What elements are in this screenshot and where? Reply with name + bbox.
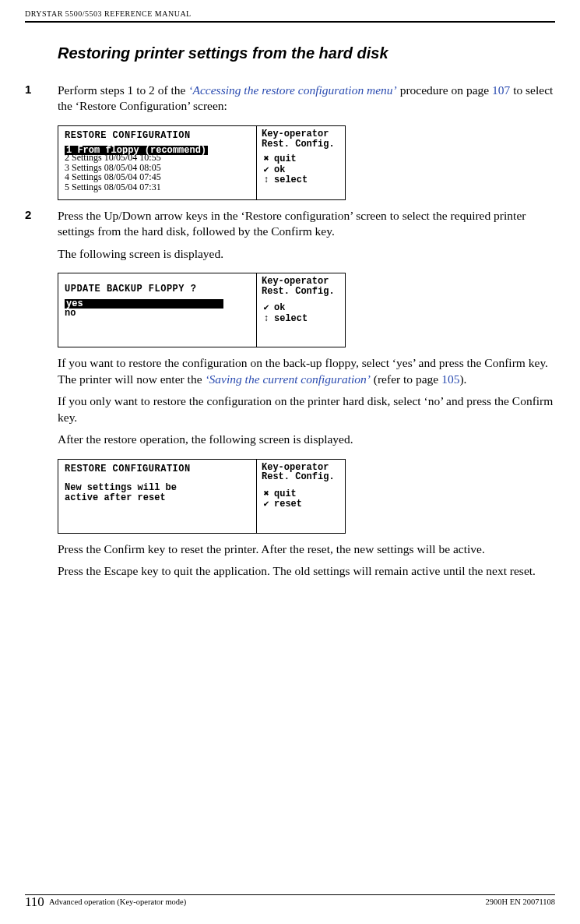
- lcd-main: RESTORE CONFIGURATION 1 From floppy (rec…: [58, 126, 256, 199]
- lcd-key-ok: ✔ok: [262, 165, 342, 175]
- lcd-key-select: ↕select: [262, 314, 342, 324]
- lcd-title: UPDATE BACKUP FLOPPY ?: [65, 284, 253, 294]
- step-2: 2 Press the Up/Down arrow keys in the ‘R…: [25, 208, 555, 268]
- lcd-side: Key-operator Rest. Config. ✖quit ✔ok ↕se…: [256, 126, 345, 199]
- text: If you only want to restore the configur…: [58, 393, 555, 425]
- lcd-row: New settings will be: [65, 483, 253, 493]
- step-body: Perform steps 1 to 2 of the ‘Accessing t…: [58, 83, 555, 121]
- check-icon: ✔: [262, 165, 271, 175]
- link-accessing-restore-menu[interactable]: ‘Accessing the restore configuration men…: [188, 83, 396, 97]
- lcd-row: no: [65, 309, 253, 319]
- text: Press the Confirm key to reset the print…: [58, 541, 555, 557]
- lcd-update-backup-floppy: UPDATE BACKUP FLOPPY ? yes no Key-operat…: [58, 273, 346, 347]
- text: Perform steps 1 to 2 of the: [58, 83, 188, 97]
- check-icon: ✔: [262, 499, 271, 510]
- lcd-row: 2 Settings 10/05/04 10:55: [65, 153, 161, 163]
- step-number: 1: [25, 83, 58, 121]
- lcd-key-select: ↕select: [262, 175, 342, 185]
- lcd-title: RESTORE CONFIGURATION: [65, 464, 253, 474]
- lcd-main: RESTORE CONFIGURATION New settings will …: [58, 460, 256, 533]
- lcd-side-line: Key-operator: [262, 277, 342, 287]
- footer-right: 2900H EN 20071108: [486, 898, 555, 913]
- lcd-key-label: quit: [274, 489, 297, 499]
- text: (refer to page: [371, 372, 441, 386]
- lcd-key-quit: ✖quit: [262, 489, 342, 499]
- lcd-key-ok: ✔ok: [262, 303, 342, 313]
- lcd-side-line: Key-operator: [262, 129, 342, 139]
- text: After the restore operation, the followi…: [58, 432, 555, 447]
- lcd-key-label: quit: [274, 154, 297, 164]
- lcd-key-label: ok: [274, 303, 285, 313]
- lcd-key-label: reset: [274, 499, 302, 510]
- step-body: Press the Confirm key to reset the print…: [58, 541, 555, 586]
- lcd-side: Key-operator Rest. Config. ✖quit ✔reset: [256, 460, 345, 533]
- lcd-selected-item: yes: [65, 299, 223, 309]
- page-number: 110: [25, 894, 44, 910]
- lcd-row: 4 Settings 08/05/04 07:45: [65, 172, 161, 182]
- lcd-title: RESTORE CONFIGURATION: [65, 131, 253, 141]
- x-icon: ✖: [262, 489, 271, 499]
- lcd-key-label: select: [274, 314, 308, 324]
- step-number: 2: [25, 208, 58, 268]
- lcd-side-line: Rest. Config.: [262, 472, 342, 482]
- lcd-side-line: Rest. Config.: [262, 287, 342, 297]
- link-page-105[interactable]: 105: [441, 372, 459, 386]
- running-header: DRYSTAR 5500/5503 REFERENCE MANUAL: [25, 9, 555, 23]
- text: procedure on page: [397, 83, 492, 97]
- text: Press the Up/Down arrow keys in the ‘Res…: [58, 208, 555, 240]
- text: Press the Escape key to quit the applica…: [58, 563, 555, 579]
- x-icon: ✖: [262, 154, 271, 164]
- step-2-cont: If you want to restore the configuration…: [25, 355, 555, 453]
- lcd-side-line: Rest. Config.: [262, 139, 342, 150]
- lcd-key-label: ok: [274, 165, 285, 175]
- lcd-side: Key-operator Rest. Config. ✔ok ↕select: [256, 273, 345, 347]
- lcd-row: 5 Settings 08/05/04 07:31: [65, 182, 161, 192]
- lcd-restore-configuration: RESTORE CONFIGURATION 1 From floppy (rec…: [58, 125, 346, 200]
- link-saving-current-config[interactable]: ‘Saving the current configuration’: [205, 372, 371, 386]
- text: ).: [459, 372, 466, 386]
- step-body: Press the Up/Down arrow keys in the ‘Res…: [58, 208, 555, 268]
- page-footer: 110 Advanced operation (Key-operator mod…: [0, 894, 580, 913]
- updown-icon: ↕: [262, 175, 271, 185]
- section-title: Restoring printer settings from the hard…: [58, 44, 555, 62]
- lcd-restore-confirmation: RESTORE CONFIGURATION New settings will …: [58, 459, 346, 534]
- lcd-row: active after reset: [65, 493, 253, 503]
- step-1: 1 Perform steps 1 to 2 of the ‘Accessing…: [25, 83, 555, 121]
- text: The following screen is displayed.: [58, 246, 555, 262]
- lcd-key-quit: ✖quit: [262, 154, 342, 164]
- lcd-key-reset: ✔reset: [262, 499, 342, 510]
- page-body: DRYSTAR 5500/5503 REFERENCE MANUAL Resto…: [0, 0, 580, 896]
- step-body: If you want to restore the configuration…: [58, 355, 555, 453]
- check-icon: ✔: [262, 303, 271, 313]
- step-2-cont2: Press the Confirm key to reset the print…: [25, 541, 555, 586]
- lcd-main: UPDATE BACKUP FLOPPY ? yes no: [58, 273, 256, 347]
- lcd-settings-overlay: 2 Settings 10/05/04 10:55 3 Settings 08/…: [65, 153, 161, 192]
- link-page-107[interactable]: 107: [492, 83, 510, 97]
- updown-icon: ↕: [262, 314, 271, 324]
- lcd-key-label: select: [274, 175, 308, 185]
- footer-left: Advanced operation (Key-operator mode): [49, 898, 486, 913]
